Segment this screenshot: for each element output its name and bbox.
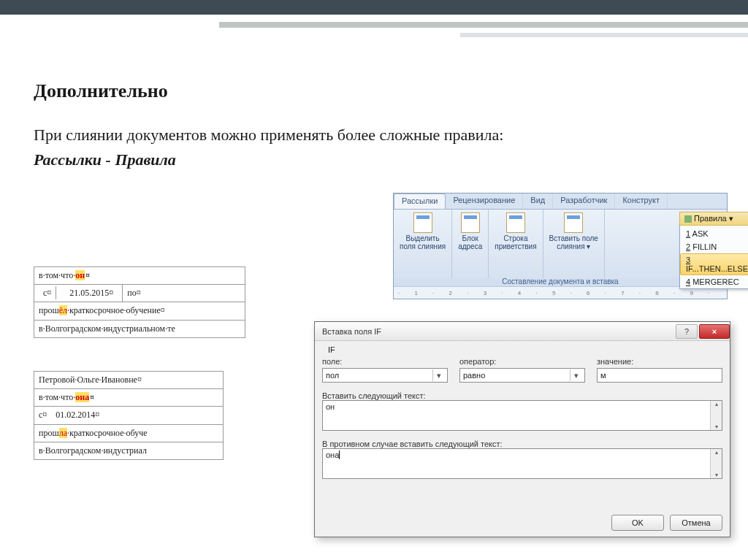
doc-snippet-2: Петровой·Ольге·Ивановне¤ в·том·что·она¤ … (34, 371, 224, 460)
menu-item-fillin[interactable]: 2 FILLIN (680, 240, 748, 253)
menu-item-ask[interactable]: 1 ASK (680, 227, 748, 240)
tab-review[interactable]: Рецензирование (446, 193, 523, 209)
cancel-button[interactable]: Отмена (670, 515, 722, 531)
ruler: · 1 · 2 · 3 · 4 · 5 · 6 · 7 · 8 · 9 · 10… (394, 286, 727, 299)
tab-rassylki[interactable]: Рассылки (394, 193, 446, 209)
page-title: Дополнительно (34, 80, 168, 102)
text: в·том·что· (39, 392, 75, 402)
ribbon-btn-highlight-merge-fields[interactable]: Выделитьполя слияния (394, 210, 452, 278)
text: в·Волгоградском·индустриал (34, 442, 224, 460)
text: прош (39, 428, 59, 438)
ribbon-tabs: Рассылки Рецензирование Вид Разработчик … (394, 193, 727, 210)
tab-view[interactable]: Вид (523, 193, 553, 209)
doc-snippet-1: в·том·что·он¤ с¤ 21.05.2015¤ по¤ прошёл·… (34, 266, 245, 338)
text: в·Волгоградском·индустриальном·те (34, 321, 245, 338)
para-mark: ¤ (89, 392, 94, 402)
highlight-on: он (75, 270, 85, 280)
chevron-down-icon: ▾ (432, 369, 444, 381)
scrollbar[interactable]: ▴▾ (710, 449, 722, 478)
field-label: поле: (322, 357, 448, 366)
false-text-label: В противном случае вставить следующий те… (322, 440, 722, 448)
cell-to: по¤ (123, 285, 245, 302)
doc-icon (564, 212, 583, 233)
false-text-input[interactable]: она ▴▾ (322, 448, 722, 479)
operator-combo[interactable]: равно▾ (459, 368, 585, 383)
tab-developer[interactable]: Разработчик (553, 193, 615, 209)
doc-icon (413, 212, 432, 233)
word-ribbon: Рассылки Рецензирование Вид Разработчик … (393, 193, 728, 299)
chevron-down-icon: ▾ (570, 369, 581, 381)
page-subtitle: При слиянии документов можно применять б… (34, 126, 691, 145)
true-text-input[interactable]: он ▴▾ (322, 400, 722, 431)
true-text-label: Вставить следующий текст: (322, 391, 722, 400)
ribbon-group-caption: Составление документа и вставка (394, 276, 727, 285)
value-label: значение: (597, 357, 722, 366)
text: прош (39, 305, 59, 315)
menu-item-mergerec[interactable]: 4 MERGEREC (680, 275, 748, 288)
highlight-ona: она (75, 392, 89, 402)
slide-accent-bar-1 (219, 22, 748, 28)
rules-dropdown: Правила ▾ 1 ASK 2 FILLIN 3 IF...THEN...E… (679, 212, 748, 289)
value-input[interactable]: м (597, 368, 722, 383)
ribbon-btn-greeting-line[interactable]: Строкаприветствия (489, 210, 543, 278)
cell-from: с¤ 21.05.2015¤ (34, 285, 123, 302)
help-button[interactable]: ? (676, 324, 698, 339)
menu-item-if-then-else[interactable]: 3 IF...THEN...ELSE (680, 253, 748, 275)
text: в·том·что· (39, 270, 75, 280)
field-combo[interactable]: пол▾ (322, 368, 448, 383)
slide-top-bar (0, 0, 748, 15)
close-button[interactable]: × (699, 324, 730, 339)
ribbon-btn-insert-merge-field[interactable]: Вставить полеслияния ▾ (543, 210, 605, 278)
operator-label: оператор: (459, 357, 585, 366)
page-subtitle-path: Рассылки - Правила (34, 150, 176, 169)
scrollbar[interactable]: ▴▾ (710, 401, 722, 430)
dialog-title: Вставка поля IF (322, 327, 381, 336)
rules-button[interactable]: Правила ▾ (679, 212, 748, 226)
tab-design[interactable]: Конструкт (615, 193, 668, 209)
insert-if-dialog: Вставка поля IF ? × IF поле: пол▾ операт… (314, 321, 730, 537)
highlight-suffix: ёл (59, 305, 67, 315)
ok-button[interactable]: OK (611, 515, 664, 531)
text: ·краткосрочное·обучение¤ (67, 305, 165, 315)
text: Петровой·Ольге·Ивановне¤ (34, 371, 224, 389)
if-section-label: IF (328, 345, 335, 354)
cell-from: с¤ 01.02.2014¤ (39, 410, 99, 420)
dialog-titlebar: Вставка поля IF ? × (315, 322, 730, 341)
text: ·краткосрочное·обуче (67, 428, 148, 438)
highlight-suffix: ла (59, 428, 67, 438)
doc-icon (506, 212, 525, 233)
para-mark: ¤ (85, 270, 90, 280)
rules-icon (684, 215, 692, 223)
ribbon-btn-address-block[interactable]: Блокадреса (452, 210, 489, 278)
doc-icon (461, 212, 480, 233)
slide-accent-bar-2 (460, 33, 748, 37)
